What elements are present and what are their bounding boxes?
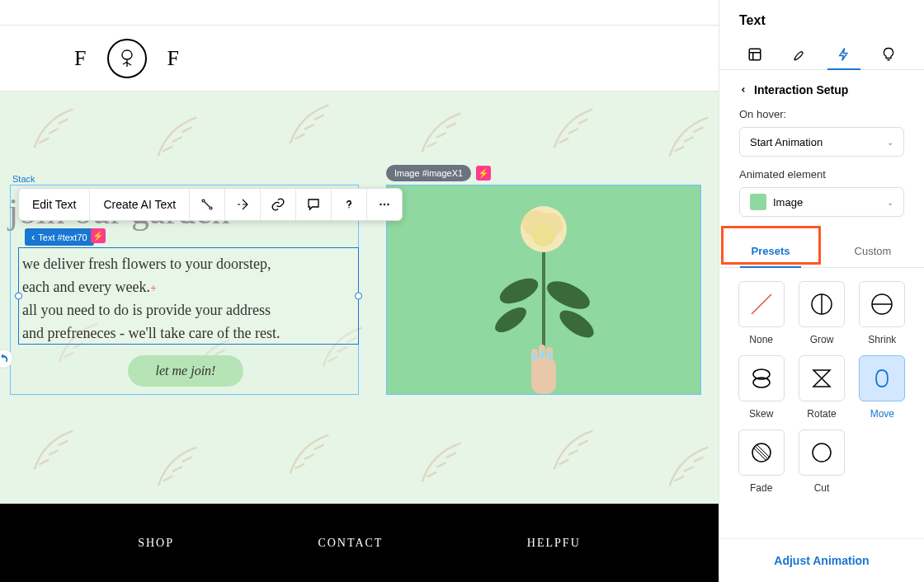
preset-cut[interactable]: Cut <box>796 429 846 494</box>
tab-interactions-icon[interactable] <box>827 40 860 69</box>
sub-tabs: Presets Custom <box>719 235 924 268</box>
svg-point-18 <box>380 204 381 205</box>
canvas[interactable]: Stack join our garden Text #text70 ⚡ we … <box>0 92 719 582</box>
svg-point-19 <box>384 204 385 205</box>
bolt-badge-image[interactable]: ⚡ <box>476 166 491 181</box>
plus-cursor-icon: + <box>150 282 157 294</box>
svg-point-1 <box>496 274 541 309</box>
image-box[interactable] <box>386 185 701 395</box>
body-line-3: all you need to do is provide your addre… <box>22 302 271 318</box>
svg-point-20 <box>387 204 389 205</box>
floating-toolbar: Edit Text Create AI Text <box>18 188 403 221</box>
svg-point-13 <box>532 353 537 361</box>
footer: SHOP CONTACT HELPFU <box>0 504 719 582</box>
image-badge-group: Image #imageX1 ⚡ <box>386 165 491 181</box>
on-hover-label: On hover: <box>739 108 904 120</box>
edit-text-button[interactable]: Edit Text <box>19 189 90 220</box>
logo-f-right: F <box>167 46 180 71</box>
svg-point-35 <box>813 444 831 462</box>
svg-point-8 <box>532 223 555 246</box>
selection-handle-left[interactable] <box>15 293 22 300</box>
animated-element-dropdown[interactable]: Image ⌄ <box>739 187 904 217</box>
panel-section: Interaction Setup On hover: Start Animat… <box>719 70 924 230</box>
stack-label[interactable]: Stack <box>12 174 35 184</box>
svg-point-16 <box>202 199 205 202</box>
logo-group: F F <box>74 39 181 78</box>
help-icon[interactable] <box>332 189 367 220</box>
tab-layout-icon[interactable] <box>738 40 771 69</box>
chevron-down-icon: ⌄ <box>887 198 893 207</box>
preset-shrink[interactable]: Shrink <box>857 281 908 345</box>
panel-tabs <box>719 35 924 70</box>
text-element-badge[interactable]: Text #text70 <box>25 228 94 246</box>
custom-tab[interactable]: Custom <box>822 235 924 267</box>
preset-move[interactable]: Move <box>857 355 908 420</box>
footer-shop[interactable]: SHOP <box>138 537 174 550</box>
preset-grow[interactable]: Grow <box>796 281 846 345</box>
on-hover-dropdown[interactable]: Start Animation ⌄ <box>739 127 904 157</box>
body-line-4: and prefreneces - we'll take care of the… <box>22 325 280 341</box>
panel-title: Text <box>719 0 924 35</box>
svg-rect-21 <box>749 49 761 60</box>
more-icon[interactable] <box>367 189 402 220</box>
join-button[interactable]: let me join! <box>128 355 243 387</box>
element-thumb <box>750 194 766 210</box>
tab-design-icon[interactable] <box>783 40 816 69</box>
body-line-2: each and every week. <box>22 279 150 295</box>
svg-point-3 <box>491 303 530 337</box>
chevron-down-icon: ⌄ <box>887 138 893 147</box>
presets-tab[interactable]: Presets <box>719 235 822 267</box>
footer-contact[interactable]: CONTACT <box>318 537 383 550</box>
footer-helpful[interactable]: HELPFU <box>527 537 581 550</box>
preset-none[interactable]: None <box>736 281 786 345</box>
svg-point-15 <box>547 352 552 360</box>
svg-line-24 <box>752 294 771 314</box>
right-panel: Text Interaction Setup On hover: Start A… <box>719 0 924 582</box>
adjust-animation-link[interactable]: Adjust Animation <box>719 538 924 582</box>
logo-f-left: F <box>74 46 87 71</box>
back-link[interactable]: Interaction Setup <box>739 83 904 96</box>
preset-grid: None Grow Shrink Skew Rotate Move Fade <box>719 268 924 507</box>
tab-help-icon[interactable] <box>872 40 905 69</box>
link-icon[interactable] <box>261 189 296 220</box>
preset-skew[interactable]: Skew <box>736 355 786 420</box>
animation-icon[interactable] <box>225 189 261 220</box>
preset-fade[interactable]: Fade <box>736 429 786 494</box>
svg-point-17 <box>210 207 212 209</box>
svg-point-4 <box>555 305 598 343</box>
animated-element-label: Animated element <box>739 168 904 181</box>
logo-flower-icon <box>107 39 147 78</box>
path-icon[interactable] <box>190 189 225 220</box>
image-element-badge[interactable]: Image #imageX1 <box>386 165 471 181</box>
text-selection[interactable]: we deliver fresh flowers to your doorste… <box>18 247 359 345</box>
chevron-left-icon <box>739 86 747 94</box>
create-ai-text-button[interactable]: Create AI Text <box>90 189 190 220</box>
bolt-badge-text[interactable]: ⚡ <box>91 228 106 243</box>
svg-point-14 <box>540 350 544 359</box>
svg-point-2 <box>543 275 594 314</box>
body-line-1: we deliver fresh flowers to your doorste… <box>22 256 271 272</box>
svg-line-32 <box>755 446 768 459</box>
preset-rotate[interactable]: Rotate <box>796 355 846 420</box>
selection-handle-right[interactable] <box>355 293 362 300</box>
comment-icon[interactable] <box>296 189 332 220</box>
